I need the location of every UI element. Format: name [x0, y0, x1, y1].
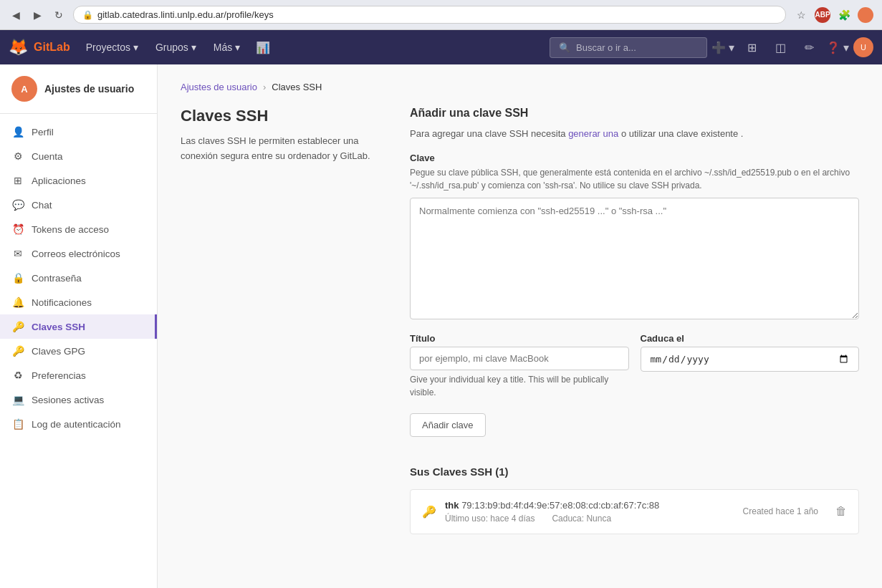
page-description: Las claves SSH le permiten establecer un… — [181, 134, 381, 164]
form-group-caduca: Caduca el — [641, 333, 860, 399]
tokens-icon: ⏰ — [11, 223, 24, 235]
sidebar-item-perfil[interactable]: 👤 Perfil — [0, 120, 157, 144]
sidebar: A Ajustes de usuario 👤 Perfil ⚙ Cuenta ⊞… — [0, 64, 158, 588]
sidebar-item-sesiones[interactable]: 💻 Sesiones activas — [0, 387, 157, 412]
sidebar-user: A Ajustes de usuario — [0, 76, 157, 114]
help-button[interactable]: ❓ ▾ — [825, 34, 850, 60]
contrasena-icon: 🔒 — [11, 272, 24, 284]
add-key-description: Para agregar una clave SSH necesita gene… — [410, 127, 859, 141]
sidebar-item-cuenta[interactable]: ⚙ Cuenta — [0, 144, 157, 168]
key-caduca: Caduca: Nunca — [552, 514, 611, 524]
perfil-icon: 👤 — [11, 126, 24, 138]
key-delete-button[interactable]: 🗑 — [835, 505, 847, 518]
sidebar-item-claves-ssh[interactable]: 🔑 Claves SSH — [0, 314, 157, 339]
nav-bar-chart[interactable]: 📊 — [250, 34, 276, 60]
browser-chrome: ◀ ▶ ↻ 🔒 gitlab.catedras.linti.unlp.edu.a… — [0, 0, 882, 30]
browser-profile-button[interactable] — [858, 7, 873, 23]
issues-button[interactable]: ◫ — [767, 34, 793, 60]
search-bar[interactable]: 🔍 Buscar o ir a... — [550, 37, 707, 58]
sidebar-item-correos[interactable]: ✉ Correos electrónicos — [0, 241, 157, 266]
refresh-button[interactable]: ↻ — [52, 8, 66, 22]
claves-ssh-icon: 🔑 — [11, 321, 24, 332]
new-item-button[interactable]: ➕ ▾ — [710, 34, 736, 60]
titulo-input[interactable] — [410, 347, 629, 370]
sidebar-item-contrasena[interactable]: 🔒 Contraseña — [0, 266, 157, 290]
key-hint: Pegue su clave pública SSH, que generalm… — [410, 166, 859, 192]
top-navigation: 🦊 GitLab Proyectos ▾ Grupos ▾ Más ▾ 📊 🔍 … — [0, 30, 882, 64]
browser-user-avatar[interactable]: ABP — [815, 7, 830, 23]
caduca-input[interactable] — [641, 347, 860, 372]
nav-proyectos[interactable]: Proyectos ▾ — [79, 36, 145, 59]
bookmark-button[interactable]: ☆ — [793, 7, 809, 23]
sidebar-item-chat[interactable]: 💬 Chat — [0, 193, 157, 217]
gitlab-brand: GitLab — [34, 41, 70, 54]
nav-mas[interactable]: Más ▾ — [206, 36, 247, 59]
page-columns: Claves SSH Las claves SSH le permiten es… — [181, 107, 859, 534]
lock-icon: 🔒 — [82, 10, 93, 20]
claves-gpg-icon: 🔑 — [11, 345, 24, 357]
key-details: thk 79:13:b9:bd:4f:d4:9e:57:e8:08:cd:cb:… — [445, 500, 734, 524]
breadcrumb-current: Claves SSH — [272, 82, 322, 92]
gitlab-logo[interactable]: 🦊 GitLab — [9, 38, 70, 57]
main-content: Ajustes de usuario › Claves SSH Claves S… — [158, 64, 882, 588]
ssh-key-item: 🔑 thk 79:13:b9:bd:4f:d4:9e:57:e8:08:cd:c… — [410, 489, 859, 534]
notificaciones-icon: 🔔 — [11, 297, 24, 308]
sidebar-item-claves-gpg[interactable]: 🔑 Claves GPG — [0, 339, 157, 363]
aplicaciones-icon: ⊞ — [11, 175, 24, 186]
app-layout: A Ajustes de usuario 👤 Perfil ⚙ Cuenta ⊞… — [0, 64, 882, 588]
preferencias-icon: ♻ — [11, 370, 24, 381]
user-avatar-button[interactable]: U — [853, 37, 873, 57]
sidebar-item-preferencias[interactable]: ♻ Preferencias — [0, 363, 157, 387]
right-column: Añadir una clave SSH Para agregar una cl… — [410, 107, 859, 534]
merge-requests-button[interactable]: ⊞ — [739, 34, 764, 60]
caduca-label: Caduca el — [641, 333, 860, 344]
browser-actions: ☆ ABP 🧩 — [793, 7, 873, 23]
sidebar-item-aplicaciones[interactable]: ⊞ Aplicaciones — [0, 168, 157, 193]
key-label: Clave — [410, 153, 859, 163]
cuenta-icon: ⚙ — [11, 150, 24, 162]
key-last-use: Último uso: hace 4 días — [445, 514, 535, 524]
breadcrumb-parent[interactable]: Ajustes de usuario — [181, 82, 257, 92]
correos-icon: ✉ — [11, 248, 24, 259]
add-key-section-title: Añadir una clave SSH — [410, 107, 859, 120]
url-bar[interactable]: 🔒 gitlab.catedras.linti.unlp.edu.ar/prof… — [73, 6, 786, 24]
snippets-button[interactable]: ✏ — [796, 34, 822, 60]
url-text: gitlab.catedras.linti.unlp.edu.ar/profil… — [97, 9, 274, 20]
sidebar-avatar: A — [11, 76, 37, 102]
page-title: Claves SSH — [181, 107, 381, 125]
titulo-label: Título — [410, 333, 629, 344]
nav-grupos[interactable]: Grupos ▾ — [148, 36, 203, 59]
chat-icon: 💬 — [11, 199, 24, 211]
sidebar-username: Ajustes de usuario — [44, 83, 134, 95]
sidebar-item-notificaciones[interactable]: 🔔 Notificaciones — [0, 290, 157, 314]
add-key-button[interactable]: Añadir clave — [410, 413, 486, 437]
form-row-title-expiry: Título Give your individual key a title.… — [410, 333, 859, 399]
titulo-hint: Give your individual key a title. This w… — [410, 373, 629, 399]
forward-button[interactable]: ▶ — [30, 8, 44, 22]
breadcrumb: Ajustes de usuario › Claves SSH — [181, 82, 859, 92]
sesiones-icon: 💻 — [11, 394, 24, 405]
breadcrumb-separator: › — [263, 82, 266, 92]
key-textarea[interactable] — [410, 198, 859, 319]
key-item-icon: 🔑 — [422, 505, 436, 519]
extensions-button[interactable]: 🧩 — [836, 7, 852, 23]
generate-key-link[interactable]: generar una — [568, 128, 618, 139]
ssh-keys-section-title: Sus Claves SSH (1) — [410, 466, 859, 478]
log-icon: 📋 — [11, 418, 24, 430]
sidebar-item-log[interactable]: 📋 Log de autenticación — [0, 412, 157, 436]
sidebar-item-tokens[interactable]: ⏰ Tokens de acceso — [0, 217, 157, 241]
form-group-titulo: Título Give your individual key a title.… — [410, 333, 629, 399]
gitlab-fox-icon: 🦊 — [9, 38, 28, 57]
key-name: thk 79:13:b9:bd:4f:d4:9e:57:e8:08:cd:cb:… — [445, 500, 734, 511]
back-button[interactable]: ◀ — [9, 8, 23, 22]
ssh-keys-section: Sus Claves SSH (1) 🔑 thk 79:13:b9:bd:4f:… — [410, 466, 859, 534]
key-created: Created hace 1 año — [743, 506, 818, 516]
left-column: Claves SSH Las claves SSH le permiten es… — [181, 107, 381, 534]
search-icon: 🔍 — [559, 42, 570, 53]
key-meta: Último uso: hace 4 días Caduca: Nunca — [445, 514, 734, 524]
